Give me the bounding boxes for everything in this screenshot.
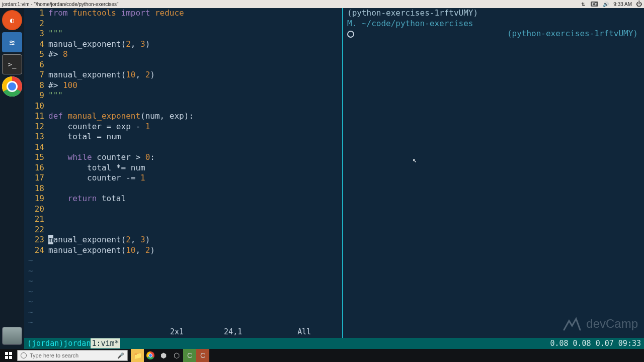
code-line[interactable]: 18 (24, 184, 342, 194)
code-text[interactable]: #> 100 (48, 80, 77, 91)
code-text[interactable]: total = num (48, 132, 121, 142)
sound-icon[interactable]: 🔊 (602, 1, 609, 7)
code-line[interactable]: 23manual_exponent(2, 3) (24, 235, 342, 245)
code-line[interactable]: 10 (24, 101, 342, 112)
chrome-icon[interactable] (2, 76, 22, 97)
code-line[interactable]: 1from functools import reduce (24, 8, 342, 19)
code-text[interactable]: manual_exponent(10, 2) (48, 245, 155, 256)
taskbar-chrome-icon[interactable] (144, 349, 157, 362)
code-text[interactable]: while counter > 0: (48, 152, 155, 163)
code-text[interactable]: #> 8 (48, 49, 68, 60)
tmux-status-bar: (jordan) jordan1:vim* 0.08 0.08 0.07 09:… (24, 338, 644, 349)
code-text[interactable]: def manual_exponent(num, exp): (48, 111, 194, 122)
taskbar-search[interactable]: Type here to search 🎤 (17, 350, 128, 361)
code-line[interactable]: 15 while counter > 0: (24, 152, 342, 163)
code-line[interactable]: 19 return total (24, 194, 342, 204)
line-number: 16 (24, 163, 48, 173)
mic-icon[interactable]: 🎤 (117, 352, 124, 359)
terminal-window[interactable]: 1from functools import reduce23"""4manua… (24, 8, 644, 349)
code-line[interactable]: 16 total *= num (24, 163, 342, 173)
vscode-icon[interactable]: ≋ (2, 32, 22, 52)
code-line[interactable]: 6 (24, 60, 342, 70)
line-number: 12 (24, 122, 48, 132)
terminal-icon[interactable]: >_ (2, 54, 22, 74)
session-user: jordan (32, 338, 59, 349)
taskbar-app-icon[interactable]: ⬢ (157, 349, 170, 362)
code-line[interactable]: 14 (24, 142, 342, 153)
code-text[interactable]: counter -= 1 (48, 173, 145, 184)
line-number: 22 (24, 225, 48, 235)
line-number: 17 (24, 173, 48, 184)
code-line[interactable]: 12 counter = exp - 1 (24, 122, 342, 132)
trash-icon[interactable] (2, 327, 22, 345)
code-text[interactable]: manual_exponent(2, 3) (48, 39, 150, 50)
code-line[interactable]: 20 (24, 204, 342, 215)
line-number: 23 (24, 235, 48, 245)
vim-tilde: ~ (24, 266, 33, 277)
vim-scroll: All (297, 327, 311, 338)
line-number: 7 (24, 70, 48, 80)
vim-count: 2x1 (170, 327, 184, 338)
search-icon (21, 352, 27, 358)
code-text[interactable]: counter = exp - 1 (48, 122, 150, 132)
session-name: jordan (63, 338, 91, 349)
clock[interactable]: 9:33 AM (613, 2, 632, 7)
taskbar-cube-icon[interactable]: ⬡ (170, 349, 183, 362)
launcher-dock: ◐ ≋ >_ (0, 8, 24, 349)
svg-rect-2 (5, 356, 8, 359)
line-number: 10 (24, 101, 48, 112)
code-line[interactable]: 5#> 8 (24, 49, 342, 60)
tmux-right-status: 0.08 0.08 0.07 09:33 (550, 338, 641, 349)
code-text[interactable]: manual_exponent(2, 3) (48, 235, 150, 245)
svg-rect-0 (5, 352, 8, 355)
line-number: 21 (24, 214, 48, 225)
code-line[interactable]: 17 counter -= 1 (24, 173, 342, 184)
start-button[interactable] (0, 349, 17, 362)
cwd-path: ~/code/python-exercises (362, 19, 473, 28)
file-explorer-icon[interactable]: 📁 (131, 349, 144, 362)
code-line[interactable]: 11def manual_exponent(num, exp): (24, 111, 342, 122)
window-titlebar: jordan:1:vim - "/home/jordan/code/python… (0, 0, 644, 8)
vim-tilde: ~ (24, 255, 33, 266)
svg-rect-3 (9, 356, 12, 359)
line-number: 5 (24, 49, 48, 60)
search-placeholder: Type here to search (30, 352, 78, 358)
code-text[interactable]: from functools import reduce (48, 8, 184, 19)
line-number: 8 (24, 80, 48, 91)
code-line[interactable]: 8#> 100 (24, 80, 342, 91)
code-line[interactable]: 24manual_exponent(10, 2) (24, 245, 342, 256)
code-text[interactable]: manual_exponent(10, 2) (48, 70, 155, 80)
taskbar-green-icon[interactable]: C (183, 349, 196, 362)
shell-pane[interactable]: (python-exercises-1rftvUMY) M. ~/code/py… (342, 8, 644, 340)
vim-editor-pane[interactable]: 1from functools import reduce23"""4manua… (24, 8, 342, 340)
code-line[interactable]: 9""" (24, 90, 342, 101)
code-line[interactable]: 7manual_exponent(10, 2) (24, 70, 342, 80)
code-line[interactable]: 2 (24, 19, 342, 29)
line-number: 13 (24, 132, 48, 142)
code-text[interactable]: """ (48, 29, 63, 39)
code-text[interactable]: """ (48, 90, 63, 101)
code-line[interactable]: 4manual_exponent(2, 3) (24, 39, 342, 50)
virtualenv-name-right: (python-exercises-1rftvUMY) (507, 29, 638, 39)
tmux-window[interactable]: 1:vim* (91, 338, 120, 349)
vim-tilde: ~ (24, 287, 33, 297)
line-number: 4 (24, 39, 48, 50)
line-number: 19 (24, 194, 48, 204)
network-icon[interactable]: ⇅ (580, 1, 587, 7)
code-line[interactable]: 13 total = num (24, 132, 342, 142)
code-line[interactable]: 21 (24, 214, 342, 225)
taskbar-orange-icon[interactable]: C (196, 349, 209, 362)
devcamp-watermark: devCamp (562, 316, 638, 332)
prompt-icon (347, 31, 354, 38)
code-line[interactable]: 3""" (24, 29, 342, 39)
lang-indicator[interactable]: En (591, 2, 598, 7)
power-icon[interactable]: ⏻ (636, 1, 642, 8)
code-text[interactable]: return total (48, 194, 126, 204)
code-line[interactable]: 22 (24, 225, 342, 235)
line-number: 6 (24, 60, 48, 70)
line-number: 3 (24, 29, 48, 39)
svg-rect-1 (9, 352, 12, 355)
vim-cursor-pos: 24,1 (224, 327, 242, 338)
code-text[interactable]: total *= num (48, 163, 145, 173)
dash-icon[interactable]: ◐ (2, 10, 22, 30)
